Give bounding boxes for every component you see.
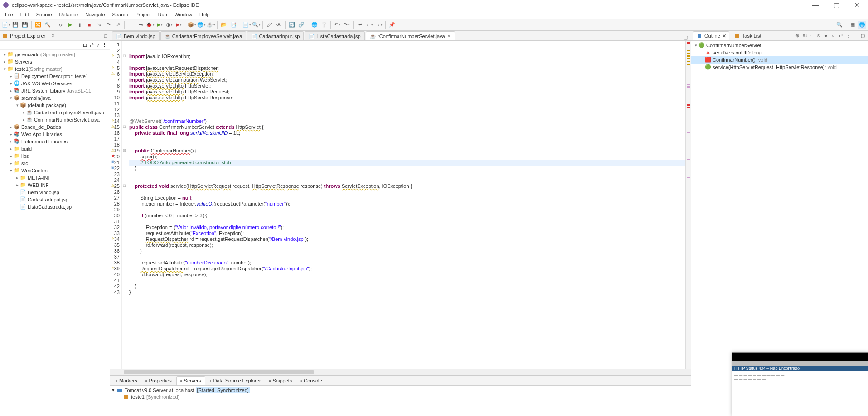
bottom-tab-data-source-explorer[interactable]: ▫Data Source Explorer — [206, 376, 265, 385]
browser-button[interactable]: 🌐 — [310, 21, 319, 29]
save-button[interactable]: 💾 — [11, 21, 19, 29]
line-number[interactable]: 16 — [110, 130, 121, 136]
run-button[interactable]: ▶ — [155, 21, 164, 29]
line-number[interactable]: 32 — [110, 225, 121, 230]
code-line[interactable] — [129, 171, 685, 177]
line-number[interactable]: 21 — [110, 160, 121, 166]
focus-icon[interactable]: ⊕ — [795, 33, 801, 39]
tree-item[interactable]: 📄CadastrarInput.jsp — [0, 196, 110, 203]
code-line[interactable]: RequestDispatcher rd = request.getReques… — [129, 266, 685, 272]
refresh-button[interactable]: 🔄 — [288, 21, 296, 29]
outline-item[interactable]: 🔺serialVersionUID : long — [691, 49, 868, 56]
line-number[interactable]: 36 — [110, 248, 121, 254]
new-wizard-button[interactable]: 📄 — [242, 21, 251, 29]
maximize-view-icon[interactable]: ▢ — [104, 34, 108, 38]
menu-run[interactable]: Run — [155, 11, 170, 18]
expand-icon[interactable]: ▸ — [8, 139, 14, 144]
link-button[interactable]: 🔗 — [297, 21, 305, 29]
code-line[interactable]: request.setAttribute("Exception", Except… — [129, 230, 685, 236]
code-line[interactable]: import javax.servlet.annotation.WebServl… — [129, 77, 685, 83]
code-line[interactable]: import javax.servlet.http.HttpServletRes… — [129, 95, 685, 101]
open-task-button[interactable]: 📑 — [229, 21, 238, 29]
maximize-button[interactable]: ▢ — [830, 1, 843, 9]
expand-icon[interactable]: ▸ — [2, 59, 7, 64]
perspective-jee-button[interactable]: 🌐 — [858, 21, 866, 29]
line-number[interactable]: 26 — [110, 189, 121, 195]
code-line[interactable]: @WebServlet("/confirmarNumber") — [129, 118, 685, 124]
expand-icon[interactable]: ▸ — [8, 147, 14, 151]
menu-search[interactable]: Search — [109, 11, 131, 18]
expand-icon[interactable]: ▸ — [8, 154, 14, 158]
tree-item[interactable]: ▾📁WebContent — [0, 167, 110, 174]
code-line[interactable]: protected void service(HttpServletReques… — [129, 183, 685, 189]
align-button[interactable]: ≡ — [127, 21, 135, 29]
open-type-button[interactable]: 📂 — [220, 21, 228, 29]
hide-nonpublic-icon[interactable]: ● — [824, 33, 830, 39]
ruler-marker[interactable] — [687, 61, 690, 62]
line-number[interactable]: 38 — [110, 260, 121, 266]
pin-button[interactable]: 📌 — [388, 21, 396, 29]
line-gutter[interactable]: 1234567891011121314151617181920212223242… — [110, 41, 122, 369]
line-number[interactable]: 3 — [110, 54, 121, 59]
line-number[interactable]: 9 — [110, 89, 121, 95]
bottom-tab-snippets[interactable]: ▫Snippets — [266, 376, 296, 385]
server-row[interactable]: ▾ Tomcat v9.0 Server at localhost [Start… — [112, 387, 689, 393]
step-return-button[interactable]: ↗ — [114, 21, 122, 29]
expand-icon[interactable]: ▸ — [8, 125, 14, 129]
line-number[interactable]: 23 — [110, 171, 121, 177]
bottom-tab-properties[interactable]: ▫Properties — [142, 376, 175, 385]
tree-item[interactable]: 📄ListaCadastrada.jsp — [0, 203, 110, 210]
menu-file[interactable]: File — [2, 11, 16, 18]
code-line[interactable]: String Exception = null; — [129, 195, 685, 201]
line-number[interactable]: 12 — [110, 107, 121, 113]
minimize-view-icon[interactable]: — — [98, 34, 102, 38]
tree-item[interactable]: ▸📚Referenced Libraries — [0, 138, 110, 145]
last-edit-button[interactable]: ↩ — [356, 21, 364, 29]
expand-icon[interactable]: ▾ — [693, 43, 698, 48]
step-into-button[interactable]: ↘ — [95, 21, 103, 29]
menu-edit[interactable]: Edit — [17, 11, 32, 18]
view-menu-icon[interactable]: ⋮ — [102, 42, 107, 48]
line-number[interactable]: 8 — [110, 83, 121, 89]
tree-item[interactable]: ▸📦Banco_de_Dados — [0, 123, 110, 131]
sort-icon[interactable]: a↓ — [803, 33, 808, 39]
expand-icon[interactable]: ▾ — [8, 96, 14, 100]
tree-item[interactable]: ▸📁META-INF — [0, 174, 110, 181]
code-line[interactable] — [129, 219, 685, 225]
code-line[interactable] — [129, 136, 685, 142]
toggle-button[interactable]: 👁 — [275, 21, 283, 29]
new-server-button[interactable]: 📦 — [188, 21, 196, 29]
code-line[interactable]: Integer number = Integer.valueOf(request… — [129, 201, 685, 207]
close-button[interactable]: ✕ — [851, 1, 863, 9]
line-number[interactable]: 24 — [110, 177, 121, 183]
code-line[interactable] — [129, 107, 685, 113]
bottom-tab-servers[interactable]: ▫Servers — [176, 376, 205, 385]
filter-icon[interactable]: ▿ — [97, 42, 99, 48]
code-line[interactable]: import java.io.IOException; — [129, 54, 685, 59]
expand-icon[interactable]: ▸ — [21, 117, 26, 122]
line-number[interactable]: 17 — [110, 136, 121, 142]
line-number[interactable]: 31 — [110, 219, 121, 225]
editor-tab[interactable]: 📄Bem-vindo.jsp — [112, 31, 160, 40]
tree-item[interactable]: ▸🌐JAX-WS Web Services — [0, 80, 110, 87]
expand-icon[interactable]: ▾ — [112, 387, 115, 393]
code-line[interactable]: private static final long serialVersionU… — [129, 130, 685, 136]
line-number[interactable]: 34 — [110, 236, 121, 242]
expand-icon[interactable]: ▸ — [21, 110, 26, 115]
expand-icon[interactable]: ▾ — [2, 67, 7, 71]
link-editor-icon[interactable]: ⇄ — [90, 42, 94, 48]
code-line[interactable]: } — [129, 284, 685, 289]
ruler-marker[interactable] — [687, 177, 690, 178]
tree-item[interactable]: ▸📁gerenciador [Spring master] — [0, 51, 110, 58]
expand-icon[interactable]: ▸ — [8, 161, 14, 166]
quick-access-icon[interactable]: 🔍 — [835, 21, 844, 29]
tree-item[interactable]: ▸📋Deployment Descriptor: teste1 — [0, 73, 110, 80]
close-tab-icon[interactable]: ✕ — [447, 34, 451, 39]
tree-item[interactable]: ▸📚JRE System Library [JavaSE-11] — [0, 87, 110, 94]
ruler-marker[interactable] — [687, 58, 690, 59]
code-line[interactable]: RequestDispatcher rd = request.getReques… — [129, 236, 685, 242]
collapse-all-icon[interactable]: ⊟ — [83, 42, 87, 48]
line-number[interactable]: 41 — [110, 278, 121, 284]
debug-button[interactable]: 🐞 — [146, 21, 154, 29]
save-all-button[interactable]: 💾 — [21, 21, 29, 29]
